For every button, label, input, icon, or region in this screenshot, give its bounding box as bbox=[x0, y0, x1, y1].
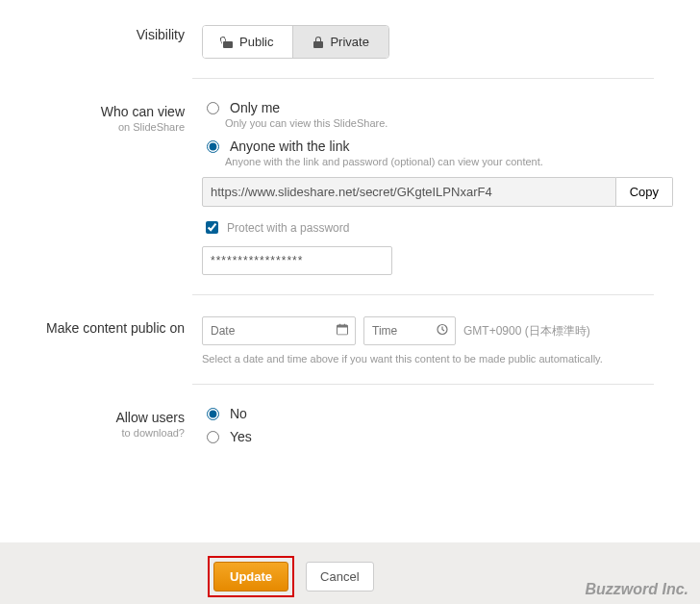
download-no-radio[interactable] bbox=[207, 408, 219, 420]
schedule-label: Make content public on bbox=[19, 320, 185, 336]
anyone-link-radio[interactable] bbox=[207, 140, 219, 153]
schedule-section: Make content public on bbox=[19, 313, 673, 374]
date-input[interactable] bbox=[202, 316, 356, 345]
timezone-label: GMT+0900 (日本標準時) bbox=[463, 323, 590, 340]
password-protect-checkbox[interactable] bbox=[206, 221, 218, 234]
unlock-icon bbox=[222, 37, 234, 48]
password-protect-row[interactable]: Protect with a password bbox=[202, 218, 673, 237]
who-can-view-section: Who can view on SlideShare Only me Only … bbox=[19, 96, 673, 285]
lock-icon bbox=[312, 37, 324, 48]
secret-link-input[interactable] bbox=[202, 177, 616, 207]
update-button[interactable]: Update bbox=[213, 562, 288, 591]
only-me-label: Only me bbox=[230, 100, 280, 115]
brand-label: Buzzword Inc. bbox=[585, 581, 688, 598]
who-can-view-sublabel: on SlideShare bbox=[19, 121, 185, 133]
download-yes-radio[interactable] bbox=[207, 431, 219, 443]
who-can-view-label: Who can view bbox=[19, 104, 185, 119]
anyone-link-option[interactable]: Anyone with the link bbox=[202, 138, 673, 154]
section-divider bbox=[192, 294, 654, 295]
secret-link-row: Copy bbox=[202, 177, 673, 207]
password-protect-label: Protect with a password bbox=[227, 221, 349, 235]
schedule-hint: Select a date and time above if you want… bbox=[202, 353, 673, 365]
allow-users-sublabel: to download? bbox=[19, 427, 185, 439]
allow-download-section: Allow users to download? No Yes bbox=[19, 402, 673, 456]
schedule-datetime-row: GMT+0900 (日本標準時) bbox=[202, 316, 673, 345]
visibility-toggle: Public Private bbox=[202, 25, 389, 59]
download-no-label: No bbox=[230, 406, 247, 421]
update-highlight-box: Update bbox=[208, 556, 294, 597]
section-divider bbox=[192, 78, 654, 79]
time-input[interactable] bbox=[363, 316, 456, 345]
download-no-option[interactable]: No bbox=[202, 406, 673, 421]
only-me-radio[interactable] bbox=[207, 102, 219, 114]
visibility-public-label: Public bbox=[239, 35, 273, 49]
only-me-option[interactable]: Only me bbox=[202, 100, 673, 115]
visibility-public-button[interactable]: Public bbox=[203, 26, 292, 58]
visibility-label: Visibility bbox=[19, 27, 185, 42]
allow-users-label: Allow users bbox=[19, 410, 185, 425]
anyone-link-label: Anyone with the link bbox=[230, 138, 350, 154]
cancel-button[interactable]: Cancel bbox=[306, 562, 373, 591]
visibility-private-label: Private bbox=[330, 35, 368, 49]
download-yes-option[interactable]: Yes bbox=[202, 429, 673, 444]
section-divider bbox=[192, 384, 654, 385]
download-yes-label: Yes bbox=[230, 429, 252, 444]
visibility-private-button[interactable]: Private bbox=[292, 26, 388, 58]
anyone-link-desc: Anyone with the link and password (optio… bbox=[225, 156, 673, 167]
copy-button[interactable]: Copy bbox=[616, 177, 673, 207]
visibility-section: Visibility Public Private bbox=[19, 19, 673, 68]
password-input[interactable] bbox=[202, 246, 392, 275]
only-me-desc: Only you can view this SlideShare. bbox=[225, 117, 673, 129]
footer-bar: Update Cancel Buzzword Inc. bbox=[0, 542, 700, 604]
